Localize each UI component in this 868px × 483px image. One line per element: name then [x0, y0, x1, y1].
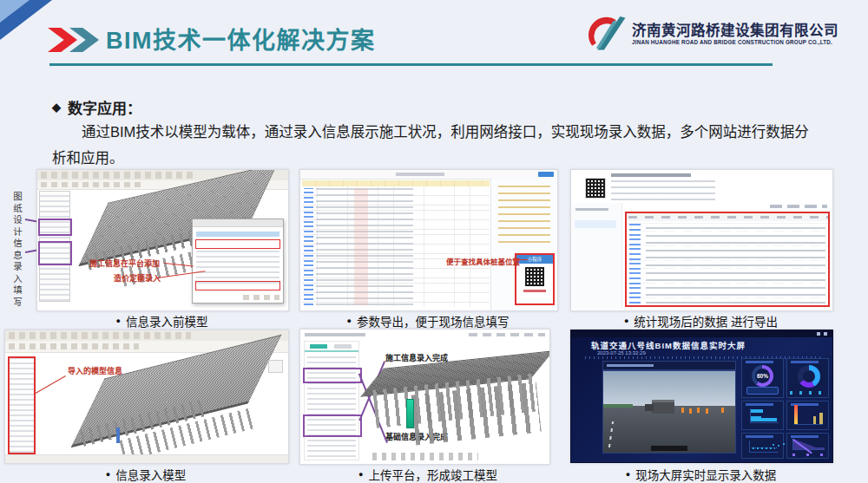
selected-column-blue: [116, 428, 120, 443]
chart-card-area: [786, 433, 829, 459]
highlight-box-purple: [38, 219, 72, 236]
tree-nav: [571, 203, 622, 309]
highlight-box-purple: [38, 241, 72, 265]
sheet-title-line: [396, 173, 444, 176]
logo-text: 济南黄河路桥建设集团有限公司 JINAN HUANGHE ROAD AND BR…: [632, 23, 838, 45]
qr-caption-line: [523, 290, 546, 292]
bullet-icon: ●: [116, 317, 121, 325]
chart-card-hbar: [741, 401, 784, 430]
caption-text: 统计现场后的数据 进行导出: [634, 312, 778, 330]
company-name-en: JINAN HUANGHE ROAD AND BRIDGE CONSTRUCTI…: [632, 39, 838, 45]
worker-figure: [681, 408, 684, 413]
view-cube: [268, 360, 283, 373]
caption-text: 信息录入模型: [115, 466, 186, 483]
caption-5: ●上传平台，形成竣工模型: [299, 466, 556, 483]
screenshot-revit-pre-entry: 施工信息在平台添加 造价定额录入: [36, 169, 289, 311]
ring-value: 60%: [755, 369, 770, 383]
card-title-line: [791, 435, 819, 438]
annotation-arrow: [36, 375, 66, 394]
properties-sidebar-red-outline: [8, 356, 36, 454]
caption-4: ●信息录入模型: [4, 466, 287, 483]
toolbar-icons: [41, 172, 197, 179]
ring-card-button: [746, 387, 779, 395]
worker-figure: [706, 408, 708, 414]
scatter-plot-area: [749, 441, 779, 453]
viewer-topbar-items: [469, 333, 545, 336]
card-title-line: [746, 435, 773, 438]
chart-card-donut: [786, 358, 829, 398]
company-name-cn: 济南黄河路桥建设集团有限公司: [632, 23, 838, 39]
bullet-icon: ●: [626, 471, 630, 479]
bullet-icon: ●: [347, 317, 352, 325]
section-heading-label: 数字应用：: [68, 96, 141, 118]
tree-nav-selected: [575, 220, 616, 228]
tree-nav-line: [575, 208, 608, 211]
qr-code: [525, 267, 544, 286]
active-tab: [310, 344, 327, 349]
camera-select-dropdown: [602, 361, 736, 370]
page-title: BIM技术一体化解决方案: [106, 22, 376, 55]
side-panel-items: [498, 186, 550, 243]
side-vertical-label: 图纸设计信息录入填写: [11, 192, 24, 309]
vbar-gold: [813, 416, 817, 424]
annotation-text: 施工信息在平台添加: [89, 258, 160, 269]
hbar-plot-area: [750, 408, 779, 423]
dialog-selected-row: [196, 232, 279, 237]
logo-swoosh-icon: [587, 15, 627, 53]
inactive-tab: [334, 344, 352, 349]
qr-card: 小程序: [515, 253, 555, 305]
window-titlebar: [571, 330, 832, 337]
table-data-cells: [646, 224, 825, 304]
section-body-text: 通过BIM技术以模型为载体，通过录入信息展示施工状况，利用网络接口，实现现场录入…: [52, 119, 819, 171]
sheet-id-column: [304, 188, 313, 305]
screenshot-spreadsheet: 小程序 便于查找具体桩基位置: [299, 169, 558, 311]
viewer-toolbar-icons: [372, 453, 478, 460]
live-video-feed: [602, 370, 736, 454]
caption-1: ●信息录入前模型: [36, 312, 287, 330]
paver-hopper: [645, 404, 654, 411]
window-button: [824, 332, 827, 336]
dashboard-title: 轨道交通八号线BIM数据信息实时大屏: [589, 339, 748, 351]
video-caption-bar: [651, 446, 687, 451]
donut-chart: [798, 365, 820, 388]
chart-card-progress-ring: 60%: [741, 358, 784, 398]
ring-chart: 60%: [752, 365, 773, 387]
vbar-red: [794, 405, 798, 424]
toolbar-icons: [9, 332, 191, 339]
scatter-points-row: [753, 447, 775, 449]
dialog-buttons: [243, 295, 279, 300]
scatter-points: [773, 444, 774, 446]
chevron-icon: [48, 28, 77, 52]
caption-3: ●统计现场后的数据 进行导出: [570, 312, 832, 330]
dashboard-charts: 60%: [741, 358, 829, 459]
screenshot-platform-viewer: 施工信息录入完成 基础信息录入完成: [299, 329, 550, 465]
hbar: [751, 409, 763, 413]
caption-2: ●参数导出，便于现场信息填写: [299, 312, 556, 330]
sheet-status-column: [354, 188, 368, 305]
tab-underline: [305, 350, 358, 352]
bullet-icon: ●: [106, 471, 110, 479]
caption-text: 现场大屏实时显示录入数据: [635, 466, 776, 483]
caption-6: ●现场大屏实时显示录入数据: [570, 466, 832, 483]
donut-legend: [790, 391, 825, 395]
vbar-gold: [819, 413, 823, 424]
annotation-text: 施工信息录入完成: [385, 352, 448, 363]
status-bar: [5, 454, 288, 463]
bullet-icon: ●: [624, 317, 628, 325]
video-guardrail: [603, 404, 633, 408]
card-title-line: [746, 361, 773, 363]
screenshot-web-table: [570, 169, 833, 311]
slide: { "header": { "title": "BIM技术一体化解决方案", "…: [0, 0, 868, 483]
ribbon-icons: [41, 182, 145, 187]
chart-card-scatter: [741, 433, 784, 459]
highlight-box-red: [195, 281, 280, 290]
detail-qr-code: [585, 178, 606, 199]
company-logo: 济南黄河路桥建设集团有限公司 JINAN HUANGHE ROAD AND BR…: [587, 15, 847, 53]
title-underline: [49, 63, 773, 66]
annotation-text: 导入的模型信息: [68, 365, 122, 376]
dialog-rows: [196, 251, 279, 284]
section-heading: ◆ 数字应用：: [52, 96, 141, 118]
area-plot-area: [792, 439, 825, 450]
sheet-header-row: [302, 180, 490, 186]
caption-text: 参数导出，便于现场信息填写: [357, 312, 510, 330]
